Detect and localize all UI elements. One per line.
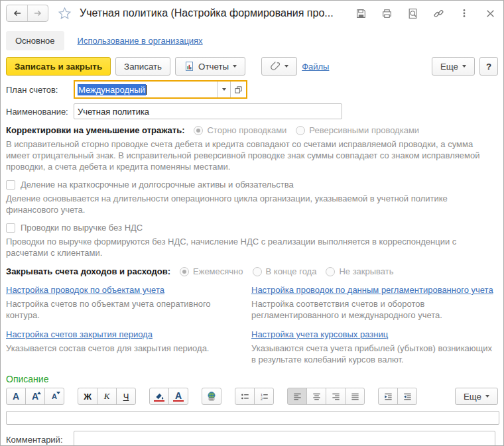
triangle-down-icon xyxy=(56,392,60,394)
radio-year-end-label: В конце года xyxy=(266,266,317,276)
font-group: A A A xyxy=(6,388,64,405)
italic-button[interactable]: К xyxy=(97,388,117,405)
get-link-icon-button[interactable] xyxy=(432,7,445,20)
numbered-list-button[interactable]: 12 xyxy=(254,388,274,405)
close-button[interactable] xyxy=(483,7,497,20)
font-button[interactable]: A xyxy=(6,388,26,405)
combobox-open-button[interactable] xyxy=(230,82,246,97)
chain-link-icon xyxy=(433,8,444,19)
bulleted-list-icon xyxy=(240,392,250,402)
align-left-icon xyxy=(292,392,302,402)
editor-more-button[interactable]: Еще xyxy=(455,388,498,405)
italic-icon: К xyxy=(104,391,110,402)
align-right-icon xyxy=(331,392,341,402)
align-left-button[interactable] xyxy=(287,388,307,405)
description-input[interactable] xyxy=(6,411,499,425)
insert-hyperlink-button[interactable] xyxy=(202,388,221,405)
files-link[interactable]: Файлы xyxy=(302,62,329,72)
star-icon xyxy=(58,7,72,21)
save-and-close-button[interactable]: Записать и закрыть xyxy=(6,57,111,76)
radio-year-end xyxy=(253,267,262,276)
help-button[interactable]: ? xyxy=(479,57,498,76)
indent-decrease-icon xyxy=(403,392,412,402)
radio-storno xyxy=(194,126,203,135)
favorite-star-button[interactable] xyxy=(58,7,72,21)
name-input[interactable] xyxy=(74,103,342,119)
adjustments-option-reverse: Реверсивными проводками xyxy=(296,125,419,135)
font-color-button[interactable]: A xyxy=(168,388,188,405)
comment-label: Комментарий: xyxy=(6,435,74,445)
tab-main[interactable]: Основное xyxy=(6,31,64,50)
chart-of-accounts-combobox[interactable]: Международный xyxy=(74,80,247,99)
bold-icon: Ж xyxy=(84,392,92,402)
bulleted-list-button[interactable] xyxy=(235,388,255,405)
font-color-letter-icon: A xyxy=(175,390,182,401)
division-checkbox[interactable] xyxy=(6,180,15,190)
floppy-save-icon xyxy=(355,8,367,19)
style-group: Ж К Ч xyxy=(78,388,136,405)
tab-usage-in-organizations[interactable]: Использование в организациях xyxy=(78,36,203,46)
chevron-down-icon xyxy=(284,65,288,68)
text-cursor xyxy=(146,85,147,95)
link-period-closing-accounts-desc: Указывается состав счетов для закрытия п… xyxy=(6,343,245,354)
font-size-decrease-button[interactable]: A xyxy=(44,388,64,405)
triangle-up-icon xyxy=(37,392,41,394)
vat-checkbox-row: Проводки по выручке без НДС xyxy=(6,223,498,233)
underline-icon: Ч xyxy=(123,392,129,402)
link-cell-regulated: Настройка проводок по данным регламентир… xyxy=(251,285,498,321)
comment-row: Комментарий: xyxy=(6,431,498,446)
background-color-button[interactable] xyxy=(149,388,169,405)
paperclip-icon xyxy=(270,61,281,72)
link-regulated-data-desc: Настройка соответствия счетов и оборотов… xyxy=(251,298,498,321)
back-arrow-icon xyxy=(12,8,23,19)
close-icon xyxy=(485,9,495,19)
justify-button[interactable] xyxy=(345,388,365,405)
kebab-menu-icon xyxy=(459,8,470,19)
combobox-dropdown-button[interactable] xyxy=(217,82,230,97)
command-bar: Записать и закрыть Записать Отчеты Файлы… xyxy=(1,55,503,79)
comment-input[interactable] xyxy=(74,431,495,446)
adjustments-hint: В исправительной сторно проводке счета д… xyxy=(6,139,498,172)
globe-link-icon xyxy=(206,391,217,402)
link-cell-exchange: Настройка учета курсовых разниц Указываю… xyxy=(251,329,498,365)
division-hint: Деление основывается на длительности опе… xyxy=(6,193,498,215)
closing-option-no-close: Не закрывать xyxy=(326,266,393,276)
radio-reverse-label: Реверсивными проводками xyxy=(309,125,419,135)
link-posting-objects-desc: Настройка счетов по объектам учета опера… xyxy=(6,298,245,321)
numbered-list-icon: 12 xyxy=(259,392,269,402)
link-posting-objects[interactable]: Настройка проводок по объектам учета xyxy=(6,285,164,295)
preview-icon-button[interactable] xyxy=(406,7,419,20)
indent-increase-button[interactable] xyxy=(378,388,398,405)
more-button[interactable]: Еще xyxy=(432,57,475,76)
report-chart-icon xyxy=(184,61,194,72)
more-label: Еще xyxy=(440,62,458,72)
align-group xyxy=(287,388,365,405)
link-period-closing-accounts[interactable]: Настройка счетов закрытия периода xyxy=(6,329,153,339)
align-center-button[interactable] xyxy=(306,388,326,405)
chart-of-accounts-value[interactable]: Международный xyxy=(75,84,217,95)
back-button[interactable] xyxy=(7,5,27,21)
vat-checkbox[interactable] xyxy=(6,223,15,233)
underline-button[interactable]: Ч xyxy=(116,388,136,405)
chevron-down-icon xyxy=(485,395,489,398)
open-in-window-icon xyxy=(234,85,243,94)
radio-monthly-label: Ежемесячно xyxy=(193,266,243,276)
more-menu-icon-button[interactable] xyxy=(458,7,471,20)
link-exchange-differences-desc: Указываются счета учета прибылей (убытко… xyxy=(251,343,498,365)
font-size-increase-button[interactable]: A xyxy=(25,388,45,405)
radio-reverse xyxy=(296,126,305,135)
save-icon-button[interactable] xyxy=(354,7,367,20)
reports-label: Отчеты xyxy=(198,62,229,72)
reports-button[interactable]: Отчеты xyxy=(175,57,245,76)
attachments-button[interactable] xyxy=(261,57,297,76)
nav-arrows-group xyxy=(6,5,48,22)
bold-button[interactable]: Ж xyxy=(78,388,97,405)
print-icon-button[interactable] xyxy=(380,7,393,20)
forward-arrow-icon xyxy=(32,8,43,19)
link-exchange-differences[interactable]: Настройка учета курсовых разниц xyxy=(251,329,388,339)
save-button[interactable]: Записать xyxy=(115,57,170,76)
indent-decrease-button[interactable] xyxy=(397,388,417,405)
link-regulated-data[interactable]: Настройка проводок по данным регламентир… xyxy=(251,285,493,295)
align-right-button[interactable] xyxy=(326,388,346,405)
color-underline-bar xyxy=(154,400,164,402)
